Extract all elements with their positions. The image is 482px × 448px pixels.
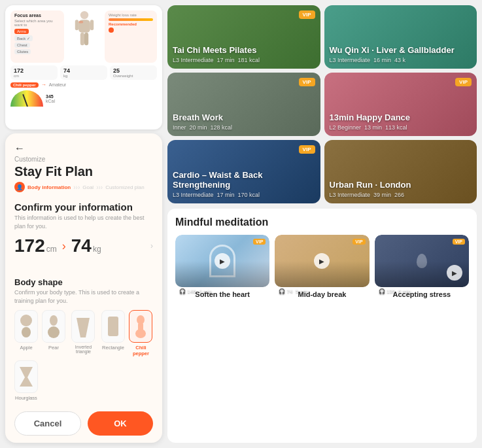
svg-marker-11 [77, 318, 90, 337]
play-btn-0[interactable]: ▶ [215, 253, 230, 269]
back-button[interactable]: ← [14, 143, 153, 154]
chili-badge: Chili pepper [10, 82, 39, 88]
weight-value: 74 [71, 235, 92, 256]
apple-figure [14, 310, 38, 343]
svg-rect-5 [90, 20, 94, 30]
rectangle-label: Rectangle [102, 345, 124, 351]
focus-areas-title: Focus areas [14, 13, 60, 18]
med-meta-2: 🎧 139 6 min [379, 288, 411, 294]
mindful-title: Mindful meditation [175, 216, 469, 228]
med-vip-1: VIP [353, 239, 365, 245]
meditation-card-2[interactable]: ▶ VIP 🎧 139 6 min Accepting stress [375, 235, 469, 298]
weight-unit: kg [63, 74, 104, 78]
vip-badge-3: VIP [455, 78, 472, 86]
svg-marker-16 [20, 367, 33, 387]
chili-figure [129, 310, 152, 343]
bmi-val: 25 [113, 67, 154, 74]
chili-label: Chili pepper [129, 345, 153, 356]
height-unit: cm [46, 245, 57, 254]
workout-card-5[interactable]: Urban Run · London L3 Intermediate 39 mi… [324, 140, 477, 203]
workout-meta-2: Inner 20 min 128 kcal [173, 124, 315, 131]
med-meta-1: 🎧 74 5 min [279, 288, 308, 294]
svg-point-13 [137, 315, 145, 324]
workout-title-3: 13min Happy Dance [330, 112, 472, 123]
workout-card-2[interactable]: VIP Breath Work Inner 20 min 128 kcal [167, 73, 320, 136]
workout-card-3[interactable]: VIP 13min Happy Dance L2 Beginner 13 min… [324, 73, 477, 136]
height-unit: cm [14, 74, 54, 78]
apple-label: Apple [20, 345, 32, 351]
weight-loss-box: Weight loss rate Recommended [105, 10, 157, 63]
shape-rectangle[interactable]: Rectangle [101, 310, 125, 356]
recommended-label: Recommended [109, 22, 153, 26]
vip-badge-2: VIP [299, 78, 315, 86]
steps-row: 👤 Body information ››› Goal ››› Customiz… [14, 182, 153, 192]
inverted-triangle-label: Inverted triangle [69, 345, 97, 354]
workout-title-1: Wu Qin Xi · Liver & Gallbladder [330, 45, 472, 56]
focus-areas-sub: Select which area you want to [14, 19, 60, 27]
stats-row: 172 cm 74 kg 25 Overweight [10, 65, 157, 80]
height-display: 172 cm [14, 235, 57, 256]
chili-row: Chili pepper → Amateur [10, 82, 157, 88]
stats-display: 172 cm › 74 kg › [14, 235, 153, 256]
workout-title-0: Tai Chi Meets Pilates [173, 45, 315, 56]
pear-label: Pear [48, 345, 59, 351]
med-vip-0: VIP [253, 239, 266, 245]
wl-title: Weight loss rate [109, 13, 153, 17]
workout-meta-1: L3 Intermediate 16 min 43 k [330, 57, 472, 63]
ok-button[interactable]: OK [88, 411, 153, 436]
level-label: Amateur [49, 82, 66, 87]
confirm-sub: This information is used to help us crea… [14, 214, 153, 230]
workout-card-0[interactable]: VIP Tai Chi Meets Pilates L3 Intermediat… [167, 5, 320, 69]
shape-pear[interactable]: Pear [42, 310, 65, 356]
weight-val: 74 [63, 67, 104, 74]
arrow-icon: → [41, 82, 46, 88]
shape-hourglass[interactable]: Hourglass [14, 360, 38, 401]
shape-apple[interactable]: Apple [14, 310, 38, 356]
hourglass-label: Hourglass [15, 395, 37, 401]
vip-badge: VIP [299, 10, 315, 19]
plan-title: Stay Fit Plan [14, 164, 153, 179]
svg-point-15 [135, 329, 146, 338]
weight-unit: kg [93, 245, 101, 254]
workout-meta-4: L3 Intermediate 17 min 170 kcal [173, 192, 315, 198]
hourglass-figure [14, 360, 38, 393]
svg-point-7 [20, 315, 32, 326]
left-panel: Focus areas Select which area you want t… [5, 5, 162, 443]
meditation-card-0[interactable]: ▶ VIP 🎧 146 4 min Soften the heart [175, 235, 269, 298]
shape-chili-pepper[interactable]: Chili pepper [129, 310, 153, 356]
workout-card-1[interactable]: Wu Qin Xi · Liver & Gallbladder L3 Inter… [324, 5, 477, 69]
workout-card-4[interactable]: VIP Cardio – Waist & Back Strengthening … [167, 140, 320, 203]
chevron-icon: › [150, 241, 153, 250]
focus-areas-box: Focus areas Select which area you want t… [10, 10, 64, 63]
rect-figure [101, 310, 125, 343]
workout-grid: VIP Tai Chi Meets Pilates L3 Intermediat… [167, 5, 477, 203]
svg-rect-3 [84, 33, 88, 46]
orange-bar [109, 18, 153, 21]
right-panel: VIP Tai Chi Meets Pilates L3 Intermediat… [167, 5, 477, 443]
play-btn-2[interactable]: ▶ [447, 265, 462, 281]
svg-point-10 [48, 326, 60, 338]
svg-point-8 [22, 327, 31, 337]
weight-display: 74 kg [71, 235, 101, 256]
svg-rect-4 [75, 20, 78, 30]
workout-title-5: Urban Run · London [330, 180, 472, 190]
step1-icon: 👤 [14, 182, 25, 192]
stay-fit-plan-card: ← Customize Stay Fit Plan 👤 Body informa… [5, 133, 162, 443]
inv-triangle-figure [71, 310, 95, 343]
svg-rect-12 [108, 317, 118, 336]
med-vip-2: VIP [453, 239, 465, 245]
confirm-title: Confirm your information [14, 201, 153, 213]
height-stat: 172 cm [10, 65, 58, 80]
workout-title-4: Cardio – Waist & Back Strengthening [173, 170, 315, 190]
body-figure [68, 10, 101, 63]
body-shape-title: Body shape [14, 277, 153, 287]
body-shape-sub: Confirm your body type. This is used to … [14, 288, 153, 305]
mindful-section: Mindful meditation ▶ VIP 🎧 146 4 min Sof… [167, 209, 477, 443]
step3-label: Customized plan [105, 184, 145, 190]
step1-label: Body information [27, 184, 71, 190]
meditation-card-1[interactable]: ▶ VIP 🎧 74 5 min Mid-day break [275, 235, 369, 298]
weight-stat: 74 kg [60, 65, 107, 80]
vip-badge-4: VIP [299, 145, 315, 154]
cancel-button[interactable]: Cancel [14, 411, 81, 436]
shape-inverted-triangle[interactable]: Inverted triangle [69, 310, 97, 356]
